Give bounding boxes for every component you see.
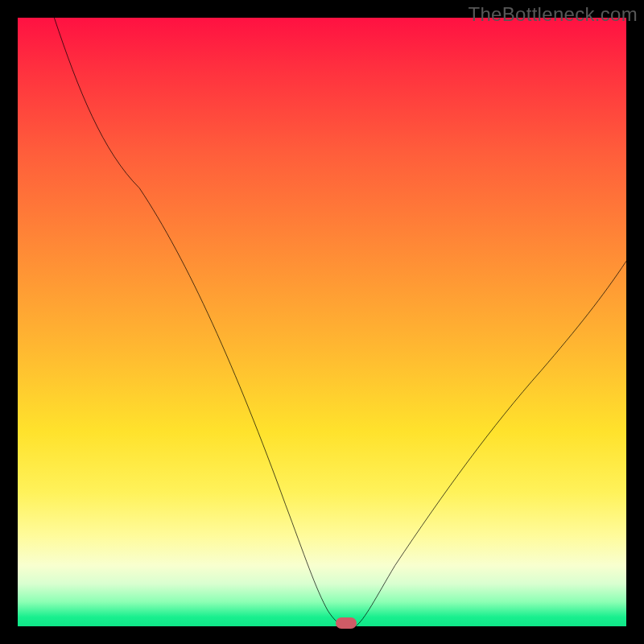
watermark-text: TheBottleneck.com [468, 3, 638, 26]
optimal-marker [336, 617, 357, 629]
curve-path [54, 18, 626, 626]
bottleneck-curve [18, 18, 626, 626]
chart-frame: TheBottleneck.com [0, 0, 644, 644]
